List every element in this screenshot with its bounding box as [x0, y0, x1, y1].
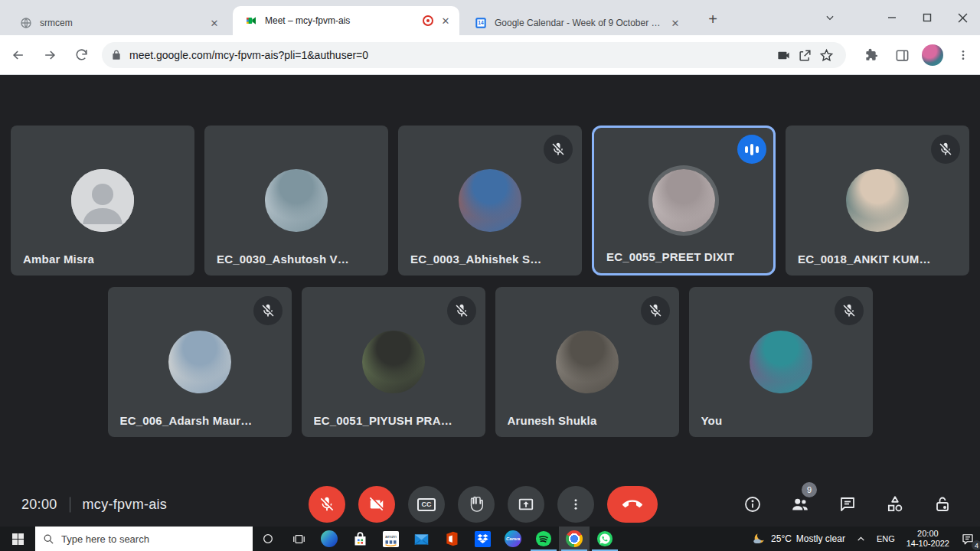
extensions-icon[interactable] [861, 44, 882, 66]
mic-off-button[interactable] [309, 486, 345, 523]
share-icon[interactable] [794, 44, 815, 66]
participant-avatar [362, 331, 425, 393]
tab-title: srmcem [40, 18, 202, 28]
participant-row-1: Ambar MisraEC_0030_Ashutosh V…EC_0003_Ab… [0, 126, 980, 276]
forward-icon[interactable] [37, 42, 63, 68]
speaking-indicator-icon [737, 135, 766, 164]
activities-icon [885, 494, 905, 514]
svg-text:amzn: amzn [385, 533, 397, 538]
url-text[interactable]: meet.google.com/mcy-fpvm-ais?pli=1&authu… [129, 49, 773, 61]
tab-srmcem[interactable]: srmcem ✕ [11, 11, 227, 35]
present-button[interactable] [508, 486, 544, 523]
more-options-button[interactable] [557, 486, 594, 523]
participant-tile[interactable]: Ambar Misra [11, 126, 194, 276]
taskbar-app-office[interactable] [436, 527, 467, 551]
profile-avatar[interactable] [922, 44, 943, 66]
call-controls: CC [309, 486, 658, 523]
participant-tile[interactable]: EC_006_Adarsh Maur… [108, 287, 292, 437]
captions-button[interactable]: CC [408, 486, 445, 523]
participant-tile[interactable]: You [689, 287, 873, 437]
participant-name: EC_0030_Ashutosh V… [217, 253, 349, 266]
camera-off-button[interactable] [358, 486, 395, 523]
taskbar-app-chrome[interactable] [559, 527, 590, 551]
search-input[interactable] [35, 527, 253, 551]
participant-tile[interactable]: EC_0018_ANKIT KUM… [786, 126, 969, 276]
close-tab-icon[interactable]: ✕ [669, 17, 681, 29]
taskbar-app-amazon[interactable]: amzn [375, 527, 406, 551]
taskbar-app-canva[interactable]: Canva [498, 527, 528, 551]
meeting-details-button[interactable] [743, 494, 763, 514]
participant-tile[interactable]: EC_0003_Abhishek S… [398, 126, 582, 276]
participant-tile[interactable]: EC_0051_PIYUSH PRA… [302, 287, 485, 437]
more-options-kebab-icon [569, 497, 583, 511]
chat-panel-button[interactable] [838, 494, 858, 514]
taskbar-app-spotify[interactable] [528, 527, 559, 551]
maximize-button[interactable] [910, 0, 945, 35]
minimize-button[interactable] [874, 0, 910, 35]
taskbar-clock[interactable]: 20:00 14-10-2022 [900, 529, 956, 549]
tab-search-chevron-icon[interactable] [815, 0, 845, 35]
participant-tile[interactable]: EC_0055_PREET DIXIT [592, 126, 776, 276]
close-tab-icon[interactable]: ✕ [208, 17, 220, 29]
participant-avatar [750, 331, 812, 393]
participant-name: EC_0055_PREET DIXIT [606, 250, 734, 263]
taskbar-app-whatsapp[interactable] [590, 527, 620, 551]
taskbar-search[interactable] [35, 527, 253, 551]
taskbar-app-edge[interactable] [314, 527, 345, 551]
generic-avatar [71, 169, 134, 232]
calendar-icon: 14 [475, 17, 487, 29]
camera-off-icon [368, 496, 385, 513]
start-button[interactable] [0, 527, 35, 551]
windows-logo-icon [12, 533, 24, 545]
raise-hand-button[interactable] [458, 486, 495, 523]
weather-widget[interactable]: 25°C Mostly clear [746, 527, 851, 551]
tab-calendar[interactable]: 14 Google Calendar - Week of 9 October 2… [466, 11, 688, 35]
mic-off-icon [835, 296, 864, 325]
recording-indicator-icon [423, 15, 433, 26]
participant-name: EC_0051_PIYUSH PRA… [314, 414, 452, 427]
language-indicator[interactable]: ENG [871, 527, 900, 551]
people-icon [790, 494, 810, 514]
taskbar-app-dropbox[interactable] [467, 527, 498, 551]
taskbar-app-store[interactable] [345, 527, 375, 551]
store-icon [351, 530, 369, 548]
participant-avatar [556, 331, 619, 393]
back-icon[interactable] [5, 42, 31, 68]
camera-permission-icon[interactable] [773, 44, 794, 66]
meet-main: Ambar MisraEC_0030_Ashutosh V…EC_0003_Ab… [0, 75, 980, 527]
edge-icon [321, 530, 338, 548]
meet-icon [245, 15, 257, 27]
cortana-icon [262, 533, 274, 545]
bookmark-star-icon[interactable] [815, 44, 837, 66]
taskbar-app-mail[interactable] [406, 527, 436, 551]
address-bar[interactable]: meet.google.com/mcy-fpvm-ais?pli=1&authu… [102, 42, 846, 68]
close-window-button[interactable] [945, 0, 980, 35]
meet-bottom-bar: 20:00 mcy-fpvm-ais CC [0, 482, 980, 527]
browser-toolbar: meet.google.com/mcy-fpvm-ais?pli=1&authu… [0, 35, 980, 75]
action-center-button[interactable]: 4 [956, 527, 980, 551]
participant-tile[interactable]: EC_0030_Ashutosh V… [204, 126, 388, 276]
taskbar-apps: amznCanva [314, 527, 620, 551]
cortana-button[interactable] [253, 527, 283, 551]
search-icon [43, 533, 54, 545]
new-tab-button[interactable]: + [703, 9, 723, 29]
participant-avatar [846, 169, 909, 232]
mic-off-icon [931, 135, 960, 164]
participant-tile[interactable]: Arunesh Shukla [495, 287, 679, 437]
hidden-icons-chevron-icon[interactable] [851, 527, 871, 551]
host-controls-lock-icon [933, 495, 952, 514]
mic-off-icon [447, 296, 476, 325]
browser-menu-kebab-icon[interactable] [952, 44, 974, 66]
participant-name: Ambar Misra [23, 253, 94, 266]
weather-condition: Mostly clear [796, 533, 845, 544]
task-view-button[interactable] [283, 527, 314, 551]
reload-icon[interactable] [68, 42, 94, 68]
lock-icon [111, 50, 122, 60]
activities-panel-button[interactable] [885, 494, 905, 514]
people-panel-button[interactable]: 9 [790, 494, 810, 514]
side-panel-icon[interactable] [891, 44, 913, 66]
host-controls-button[interactable] [933, 494, 952, 514]
tab-meet[interactable]: Meet – mcy-fpvm-ais ✕ [233, 6, 459, 35]
end-call-button[interactable] [607, 486, 658, 523]
close-tab-icon[interactable]: ✕ [439, 15, 452, 27]
